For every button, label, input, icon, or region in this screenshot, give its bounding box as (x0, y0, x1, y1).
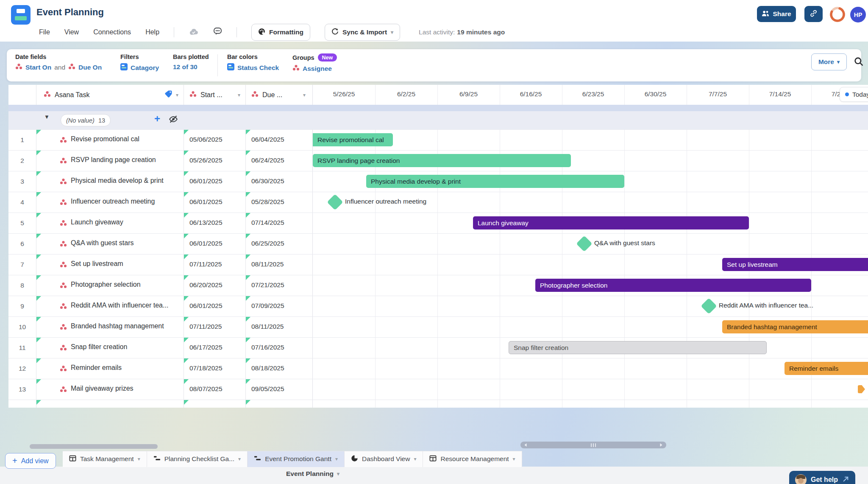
chevron-down-icon[interactable]: ▾ (335, 456, 338, 462)
gantt-bar[interactable]: Photographer selection (535, 279, 811, 292)
workbook-switcher[interactable]: Event Planning ▾ (286, 470, 339, 478)
column-header-due[interactable]: Due ... ▾ (245, 85, 311, 105)
gantt-bar[interactable]: Physical media develop & print (366, 175, 624, 188)
scrollbar-grip[interactable] (591, 443, 596, 447)
filter-value-link[interactable]: Catagory (131, 64, 159, 72)
view-tab-event-promotion-gantt[interactable]: Event Promotion Gantt▾ (248, 451, 345, 467)
due-date-cell[interactable]: 07/21/2025 (245, 275, 311, 296)
gantt-bar[interactable]: RSVP landing page creation (313, 154, 571, 167)
due-date-cell[interactable]: 08/11/2025 (245, 316, 311, 337)
user-avatar[interactable]: HP (850, 7, 866, 22)
due-date-cell[interactable]: 06/04/2025 (245, 129, 311, 150)
row-number[interactable]: 2 (8, 150, 36, 171)
task-name-cell[interactable]: Reminder emails (36, 358, 184, 379)
task-name-cell[interactable]: Physical media develop & print (36, 171, 184, 192)
due-date-cell[interactable]: 06/24/2025 (245, 150, 311, 171)
due-date-cell[interactable]: 07/14/2025 (245, 213, 311, 233)
start-date-cell[interactable]: 06/01/2025 (184, 233, 245, 254)
start-date-cell[interactable]: 06/01/2025 (184, 296, 245, 316)
group-value-pill[interactable]: (No value) 13 (61, 114, 111, 126)
groups-value-link[interactable]: Assignee (303, 65, 332, 73)
tag-icon[interactable] (164, 90, 172, 100)
chevron-down-icon[interactable]: ▾ (391, 29, 393, 35)
start-field-link[interactable]: Start On (25, 64, 51, 71)
milestone-diamond[interactable] (576, 235, 592, 252)
column-header-start[interactable]: Start ... ▾ (184, 85, 245, 105)
start-date-cell[interactable]: 06/01/2025 (184, 192, 245, 213)
row-number[interactable]: 4 (8, 192, 36, 213)
add-row-icon[interactable]: + (154, 113, 160, 125)
row-number[interactable]: 1 (8, 129, 36, 150)
gantt-horizontal-scrollbar[interactable] (520, 442, 666, 448)
chevron-down-icon[interactable]: ▾ (138, 456, 140, 462)
task-name-cell[interactable]: Launch giveaway (36, 213, 184, 233)
task-name-cell[interactable]: Set up livestream (36, 254, 184, 275)
start-date-cell[interactable]: 06/17/2025 (184, 337, 245, 358)
milestone-diamond[interactable] (701, 298, 717, 314)
chevron-down-icon[interactable]: ▾ (513, 456, 515, 462)
start-date-cell[interactable]: 08/07/2025 (184, 379, 245, 400)
task-name-cell[interactable]: Mail giveaway prizes (36, 379, 184, 400)
task-name-cell[interactable]: Branded hashtag management (36, 316, 184, 337)
due-date-cell[interactable]: 06/30/2025 (245, 171, 311, 192)
menu-help[interactable]: Help (145, 28, 159, 36)
start-date-cell[interactable]: 07/11/2025 (184, 254, 245, 275)
table-horizontal-scrollbar[interactable] (30, 444, 158, 449)
gantt-bar[interactable]: Snap filter creation (509, 341, 767, 354)
start-date-cell[interactable]: 05/26/2025 (184, 150, 245, 171)
row-number[interactable]: 5 (8, 213, 36, 233)
start-date-cell[interactable]: 07/18/2025 (184, 358, 245, 379)
row-number[interactable]: 9 (8, 296, 36, 316)
menu-connections[interactable]: Connections (93, 28, 131, 36)
search-icon[interactable] (854, 56, 864, 68)
due-field-link[interactable]: Due On (78, 64, 102, 71)
row-number[interactable]: 3 (8, 171, 36, 192)
due-date-cell[interactable]: 07/09/2025 (245, 296, 311, 316)
start-date-cell[interactable]: 07/11/2025 (184, 316, 245, 337)
task-name-cell[interactable]: Revise promotional cal (36, 129, 184, 150)
row-number[interactable]: 13 (8, 379, 36, 400)
task-name-cell[interactable]: Photographer selection (36, 275, 184, 296)
row-number[interactable]: 11 (8, 337, 36, 358)
due-date-cell[interactable]: 09/05/2025 (245, 379, 311, 400)
view-tab-dashboard-view[interactable]: Dashboard View▾ (345, 451, 423, 467)
task-name-cell[interactable]: Snap filter creation (36, 337, 184, 358)
chevron-down-icon[interactable]: ▾ (414, 456, 416, 462)
copy-link-button[interactable] (804, 6, 823, 22)
add-view-button[interactable]: + Add view (5, 453, 56, 469)
formatting-button[interactable]: Formatting (251, 24, 310, 41)
due-date-cell[interactable]: 07/16/2025 (245, 337, 311, 358)
chevron-down-icon[interactable]: ▾ (303, 92, 306, 98)
bar-colors-link[interactable]: Status Check (237, 64, 279, 72)
view-tab-planning-checklist-ga[interactable]: Planning Checklist Ga...▾ (147, 451, 248, 467)
start-date-cell[interactable]: 06/20/2025 (184, 275, 245, 296)
chevron-down-icon[interactable]: ▾ (238, 456, 241, 462)
bars-plotted-link[interactable]: 12 of 30 (173, 63, 198, 71)
scroll-right-icon[interactable] (659, 441, 663, 449)
get-help-button[interactable]: Get help (789, 471, 855, 484)
due-date-cell[interactable]: 08/18/2025 (245, 358, 311, 379)
scroll-left-icon[interactable] (523, 441, 527, 449)
column-header-task[interactable]: Asana Task ▾ (36, 85, 184, 105)
menu-file[interactable]: File (39, 28, 50, 36)
chevron-down-icon[interactable]: ▾ (238, 92, 240, 98)
task-name-cell[interactable]: Reddit AMA with influencer tea... (36, 296, 184, 316)
view-tab-resource-management[interactable]: Resource Management▾ (423, 451, 522, 467)
row-number[interactable]: 7 (8, 254, 36, 275)
gantt-bar[interactable]: Revise promotional cal (313, 133, 393, 146)
due-date-cell[interactable]: 05/28/2025 (245, 192, 311, 213)
task-name-cell[interactable]: Influencer outreach meeting (36, 192, 184, 213)
group-collapse-chevron[interactable]: ▼ (44, 114, 50, 120)
sync-import-button[interactable]: Sync & Import ▾ (325, 24, 400, 41)
row-number[interactable]: 10 (8, 316, 36, 337)
start-date-cell[interactable]: 06/01/2025 (184, 171, 245, 192)
menu-view[interactable]: View (64, 28, 79, 36)
row-number[interactable]: 12 (8, 358, 36, 379)
task-name-cell[interactable]: Q&A with guest stars (36, 233, 184, 254)
due-date-cell[interactable]: 06/25/2025 (245, 233, 311, 254)
share-button[interactable]: Share (757, 6, 796, 22)
start-date-cell[interactable]: 06/13/2025 (184, 213, 245, 233)
gantt-bar[interactable]: Branded hashtag management (722, 320, 868, 333)
hide-group-icon[interactable] (169, 115, 178, 125)
row-number[interactable]: 6 (8, 233, 36, 254)
